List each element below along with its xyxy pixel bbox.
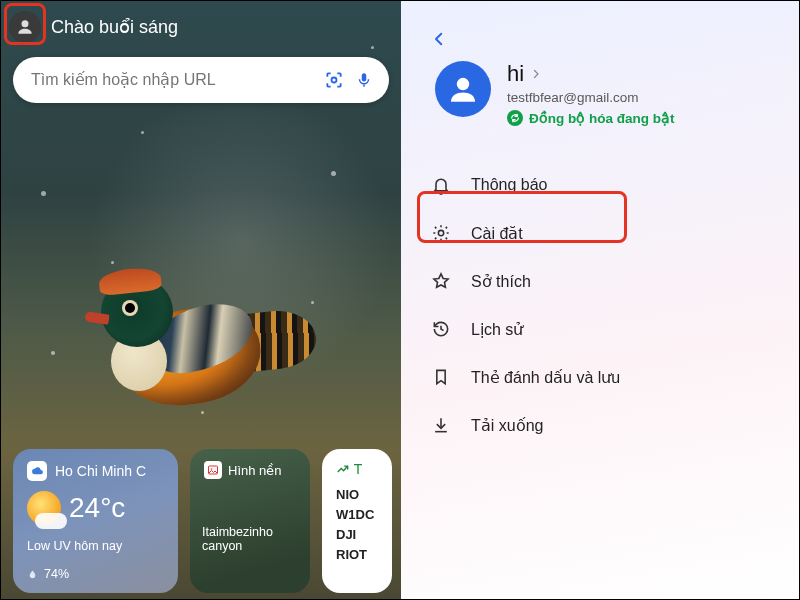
stocks-header: T [354, 461, 363, 477]
person-icon [446, 72, 480, 106]
menu-item-downloads[interactable]: Tải xuống [423, 401, 777, 449]
svg-point-4 [211, 468, 213, 470]
svg-rect-2 [362, 73, 367, 81]
profile-header[interactable]: hi testfbfear@gmail.com Đồng bộ hóa đang… [435, 61, 779, 126]
chevron-right-icon [530, 68, 542, 80]
settings-pane: hi testfbfear@gmail.com Đồng bộ hóa đang… [401, 1, 799, 599]
menu-item-notifications[interactable]: Thông báo [423, 161, 777, 209]
gear-icon [429, 223, 453, 243]
ticker: NIO [336, 485, 378, 505]
bell-icon [429, 175, 453, 195]
svg-point-6 [438, 230, 443, 235]
scan-icon[interactable] [319, 65, 349, 95]
bookmark-icon [429, 367, 453, 387]
wallpaper-card[interactable]: Hình nền Itaimbezinho canyon [190, 449, 310, 593]
sync-status: Đồng bộ hóa đang bật [507, 110, 674, 126]
ticker: W1DC [336, 505, 378, 525]
ticker: RIOT [336, 545, 378, 565]
menu-label: Tải xuống [471, 416, 543, 435]
history-icon [429, 319, 453, 339]
menu-item-settings[interactable]: Cài đặt [423, 209, 777, 257]
sync-label: Đồng bộ hóa đang bật [529, 110, 674, 126]
stocks-card[interactable]: T NIO W1DC DJI RIOT [322, 449, 392, 593]
droplet-icon [27, 568, 38, 581]
profile-avatar-button[interactable] [9, 11, 41, 43]
wallpaper-caption: Itaimbezinho canyon [202, 525, 310, 553]
search-bar[interactable] [13, 57, 389, 103]
menu-item-history[interactable]: Lịch sử [423, 305, 777, 353]
search-input[interactable] [31, 71, 319, 89]
trend-up-icon [336, 462, 350, 476]
menu-item-bookmarks[interactable]: Thẻ đánh dấu và lưu [423, 353, 777, 401]
svg-point-1 [332, 78, 337, 83]
download-icon [429, 415, 453, 435]
menu-label: Cài đặt [471, 224, 523, 243]
svg-point-5 [457, 78, 469, 90]
sync-icon [507, 110, 523, 126]
weather-footer: Low UV hôm nay [27, 539, 122, 553]
browser-home-pane: Chào buổi sáng Ho Chi Minh C 24°c Low UV… [1, 1, 401, 599]
mic-icon[interactable] [349, 65, 379, 95]
home-cards: Ho Chi Minh C 24°c Low UV hôm nay 74% Hì… [1, 449, 401, 599]
menu-label: Sở thích [471, 272, 531, 291]
menu-label: Lịch sử [471, 320, 523, 339]
profile-email: testfbfear@gmail.com [507, 90, 674, 105]
weather-temp: 24°c [69, 492, 125, 524]
menu-item-preferences[interactable]: Sở thích [423, 257, 777, 305]
wallpaper-bird [81, 269, 311, 439]
star-icon [429, 271, 453, 291]
wallpaper-card-title: Hình nền [228, 463, 282, 478]
person-icon [15, 17, 35, 37]
greeting-text: Chào buổi sáng [51, 16, 178, 38]
weather-app-icon [27, 461, 47, 481]
weather-humidity: 74% [44, 567, 69, 581]
stocks-list: NIO W1DC DJI RIOT [336, 485, 378, 566]
menu-label: Thẻ đánh dấu và lưu [471, 368, 620, 387]
profile-name: hi [507, 61, 524, 87]
back-button[interactable] [425, 25, 453, 53]
svg-point-0 [22, 20, 29, 27]
chevron-left-icon [430, 30, 448, 48]
settings-menu: Thông báo Cài đặt Sở thích Lịch sử Thẻ đ… [423, 161, 777, 449]
ticker: DJI [336, 525, 378, 545]
picture-icon [204, 461, 222, 479]
sun-cloud-icon [27, 491, 61, 525]
weather-location: Ho Chi Minh C [55, 463, 146, 479]
menu-label: Thông báo [471, 176, 548, 194]
avatar [435, 61, 491, 117]
weather-card[interactable]: Ho Chi Minh C 24°c Low UV hôm nay 74% [13, 449, 178, 593]
